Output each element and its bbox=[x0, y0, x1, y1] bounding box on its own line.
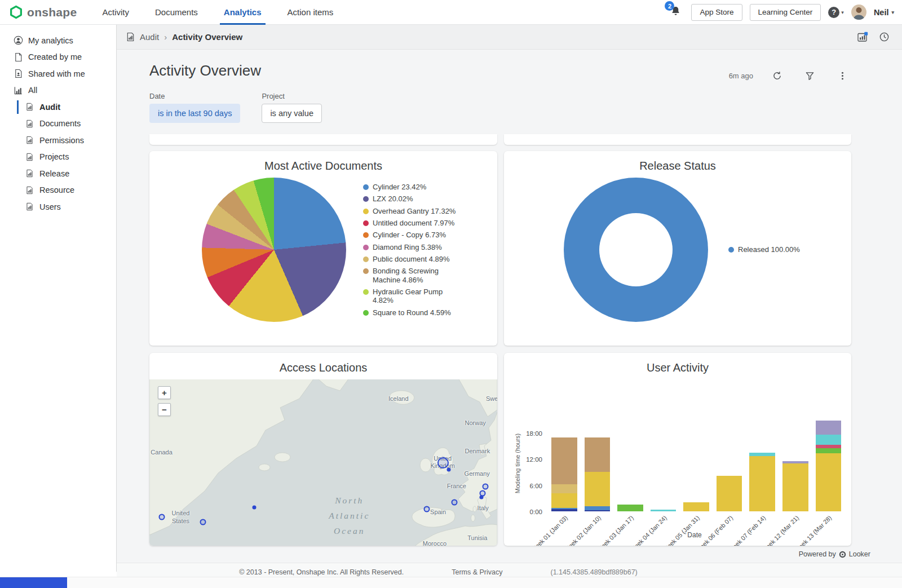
legend-item: Bonding & Screwing Machine 4.86% bbox=[363, 267, 457, 284]
sidebar-item-all[interactable]: All bbox=[0, 82, 116, 99]
analytics-report-icon bbox=[25, 102, 34, 112]
avatar[interactable] bbox=[851, 5, 866, 20]
pie-legend: Cylinder 23.42%LZX 20.02%Overhead Gantry… bbox=[363, 183, 457, 317]
legend-label: Hydraulic Gear Pump 4.82% bbox=[373, 288, 457, 305]
bar-week-06-feb-07[interactable]: Week 06 (Feb 07) bbox=[717, 415, 742, 511]
bar-week-13-mar-28[interactable]: Week 13 (Mar 28) bbox=[816, 415, 842, 511]
sidebar-item-release[interactable]: Release bbox=[0, 165, 116, 182]
sidebar-item-label: Shared with me bbox=[28, 69, 85, 78]
partial-card bbox=[504, 134, 851, 145]
refresh-button[interactable] bbox=[768, 67, 786, 85]
nav-item-analytics[interactable]: Analytics bbox=[211, 0, 275, 25]
main-area: Audit › Activity Overview bbox=[117, 25, 902, 588]
legend-item: Cylinder 23.42% bbox=[363, 183, 457, 191]
help-menu[interactable]: ? ▾ bbox=[828, 7, 844, 18]
sidebar-item-label: Resource bbox=[39, 185, 74, 194]
map-marker[interactable] bbox=[480, 495, 484, 499]
most-active-documents-card: Most Active Documents Cylinder 23.42%LZX… bbox=[149, 151, 497, 346]
legend-label: Cylinder 23.42% bbox=[373, 183, 426, 191]
sidebar-item-shared-with-me[interactable]: Shared with me bbox=[0, 65, 116, 82]
breadcrumb-current: Activity Overview bbox=[172, 32, 242, 42]
map-marker[interactable] bbox=[483, 483, 489, 489]
bar-week-03-jan-17[interactable]: Week 03 (Jan 17) bbox=[617, 415, 643, 511]
bar-segment bbox=[683, 502, 709, 511]
map-marker[interactable] bbox=[200, 519, 206, 525]
onshape-hexagon-icon bbox=[9, 5, 23, 19]
sidebar-item-resource[interactable]: Resource bbox=[0, 182, 116, 199]
map-label-iceland: Iceland bbox=[388, 396, 408, 404]
looker-logo-icon bbox=[839, 551, 846, 558]
bar-week-02-jan-10[interactable]: Week 02 (Jan 10) bbox=[585, 415, 611, 511]
sidebar-item-users[interactable]: Users bbox=[0, 198, 116, 215]
bar-week-05-jan-31[interactable]: Week 05 (Jan 31) bbox=[683, 415, 709, 511]
bar-week-04-jan-24[interactable]: Week 04 (Jan 24) bbox=[651, 415, 676, 511]
pie-chart-area: Cylinder 23.42%LZX 20.02%Overhead Gantry… bbox=[149, 178, 497, 322]
filters-button[interactable] bbox=[801, 67, 819, 85]
bar-stack bbox=[551, 437, 577, 511]
map-marker[interactable] bbox=[447, 467, 451, 471]
zoom-out-button[interactable]: − bbox=[158, 403, 171, 416]
powered-by-looker-link[interactable]: Powered by Looker bbox=[149, 550, 870, 558]
documents-pie-chart[interactable] bbox=[202, 178, 346, 322]
terms-privacy-link[interactable]: Terms & Privacy bbox=[452, 568, 502, 576]
dashboards-button[interactable] bbox=[854, 28, 872, 46]
breadcrumb-parent[interactable]: Audit bbox=[140, 32, 159, 42]
bar-chart-icon bbox=[14, 86, 23, 95]
analytics-report-icon bbox=[25, 119, 34, 129]
person-icon bbox=[14, 36, 23, 45]
horizontal-scrollbar-thumb[interactable] bbox=[0, 577, 67, 588]
zoom-in-button[interactable]: + bbox=[158, 386, 171, 399]
sidebar-item-label: Release bbox=[39, 169, 69, 178]
map-marker[interactable] bbox=[452, 499, 458, 506]
sidebar-item-audit[interactable]: Audit bbox=[0, 99, 116, 116]
legend-item: Diamond Ring 5.38% bbox=[363, 243, 457, 251]
card-title: Most Active Documents bbox=[149, 151, 497, 173]
chevron-down-icon: ▾ bbox=[891, 10, 894, 15]
sidebar-item-created-by-me[interactable]: Created by me bbox=[0, 49, 116, 66]
access-locations-map[interactable]: + − North Atlantic OceanCanadaUnited Sta… bbox=[149, 379, 497, 546]
app-store-button[interactable]: App Store bbox=[691, 4, 742, 21]
sidebar-item-permissions[interactable]: Permissions bbox=[0, 132, 116, 149]
dashboard-icon bbox=[857, 32, 868, 43]
legend-swatch bbox=[363, 220, 369, 226]
schedule-button[interactable] bbox=[875, 28, 893, 46]
learning-center-button[interactable]: Learning Center bbox=[750, 4, 821, 21]
user-menu[interactable]: Neil ▾ bbox=[874, 8, 894, 17]
map-marker[interactable] bbox=[252, 506, 256, 510]
sidebar-item-my-analytics[interactable]: My analytics bbox=[0, 32, 116, 49]
nav-item-action-items[interactable]: Action items bbox=[275, 0, 347, 25]
project-filter-group: Project is any value bbox=[262, 92, 322, 123]
bar-stack bbox=[717, 476, 742, 511]
legend-swatch bbox=[363, 289, 369, 295]
sidebar-item-documents[interactable]: Documents bbox=[0, 116, 116, 132]
user-activity-chart: Modeling time (hours) 0:006:0012:0018:00… bbox=[504, 382, 851, 546]
legend-label: Untitled document 7.97% bbox=[373, 219, 454, 227]
y-axis-tick: 6:00 bbox=[530, 483, 542, 489]
sidebar-item-projects[interactable]: Projects bbox=[0, 149, 116, 166]
legend-item: Released 100.00% bbox=[728, 245, 800, 254]
bar-week-01-jan-03[interactable]: Week 01 (Jan 03) bbox=[551, 415, 577, 511]
legend-swatch bbox=[728, 247, 734, 253]
legend-swatch bbox=[363, 310, 369, 316]
bar-week-07-feb-14[interactable]: Week 07 (Feb 14) bbox=[749, 415, 775, 511]
map-marker[interactable] bbox=[423, 506, 430, 512]
map-marker[interactable] bbox=[159, 514, 165, 520]
x-axis-label: Week 01 (Jan 03) bbox=[530, 514, 569, 546]
chevron-down-icon: ▾ bbox=[841, 10, 844, 15]
bar-segment bbox=[551, 484, 577, 493]
legend-label: Public document 4.89% bbox=[373, 255, 450, 263]
sidebar-item-label: Documents bbox=[39, 119, 81, 128]
bar-week-12-mar-21[interactable]: Week 12 (Mar 21) bbox=[782, 415, 808, 511]
sidebar-item-label: Users bbox=[39, 202, 61, 211]
onshape-logo[interactable]: onshape bbox=[9, 5, 77, 19]
nav-item-documents[interactable]: Documents bbox=[142, 0, 211, 25]
legend-swatch bbox=[363, 209, 369, 214]
notifications-button[interactable]: 2 bbox=[667, 4, 684, 20]
date-filter-chip[interactable]: is in the last 90 days bbox=[149, 104, 240, 123]
release-donut-chart[interactable] bbox=[564, 178, 708, 322]
map-marker[interactable] bbox=[437, 457, 449, 468]
nav-item-activity[interactable]: Activity bbox=[89, 0, 142, 25]
project-filter-chip[interactable]: is any value bbox=[262, 104, 322, 123]
more-options-button[interactable] bbox=[833, 67, 851, 85]
legend-label: Released 100.00% bbox=[738, 245, 800, 254]
